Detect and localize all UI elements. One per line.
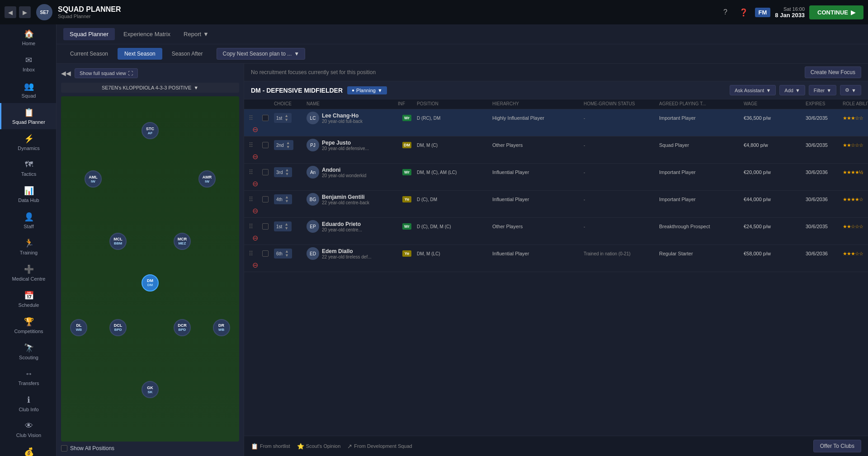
table-row[interactable]: ⠿ 4th ▲ ▼ BG — [244, 191, 868, 218]
tab-report[interactable]: Report ▼ — [179, 29, 213, 39]
forward-button[interactable]: ▶ — [19, 6, 31, 18]
filter-button[interactable]: Filter ▼ — [809, 85, 836, 95]
row-checkbox[interactable] — [262, 169, 269, 175]
sidebar-item-schedule[interactable]: 📅 Schedule — [0, 286, 56, 312]
player-name-cell: ED Edem Diallo 22 year-old tireless def.… — [307, 247, 397, 260]
choice-down-button[interactable]: ▼ — [283, 226, 289, 230]
pos-dcr[interactable]: DCR BPD — [174, 319, 191, 336]
sidebar-item-home[interactable]: 🏠 Home — [0, 24, 56, 51]
formation-name-bar[interactable]: SE7EN's KLOPPDIOLA 4-3-3 POSITIVE ▼ — [61, 83, 239, 93]
drag-handle[interactable]: ⠿ — [249, 141, 261, 149]
remove-button[interactable]: ⊖ — [249, 152, 261, 161]
pos-stc[interactable]: STC AF — [142, 122, 159, 139]
sidebar-item-data-hub[interactable]: 📊 Data Hub — [0, 181, 56, 207]
remove-button[interactable]: ⊖ — [249, 125, 261, 134]
col-role-ability: ROLE ABILITY — [843, 101, 868, 106]
table-row[interactable]: ⠿ 3rd ▲ ▼ An — [244, 164, 868, 191]
position-title: DM - DEFENSIVE MIDFIELDER — [251, 87, 343, 94]
sidebar-item-finances[interactable]: 💰 Finances — [0, 442, 56, 456]
choice-down-button[interactable]: ▼ — [284, 254, 290, 258]
drag-handle[interactable]: ⠿ — [249, 114, 261, 122]
season-tab-after[interactable]: Season After — [165, 48, 210, 60]
pos-dr[interactable]: DR WB — [213, 319, 230, 336]
player-avatar: BG — [307, 193, 319, 206]
formation-header: ◀◀ Show full squad view ⛶ — [61, 68, 239, 78]
create-focus-button[interactable]: Create New Focus — [805, 66, 861, 78]
drag-handle[interactable]: ⠿ — [249, 250, 261, 257]
sidebar-item-transfers[interactable]: ↔ Transfers — [0, 365, 56, 390]
homegrown-cell: - — [584, 143, 658, 148]
row-checkbox[interactable] — [262, 223, 269, 230]
ask-assistant-button[interactable]: Ask Assistant ▼ — [730, 85, 776, 95]
sidebar-item-medical[interactable]: ➕ Medical Centre — [0, 260, 56, 286]
remove-button[interactable]: ⊖ — [249, 261, 261, 269]
settings-button[interactable]: ⚙ ▼ — [840, 85, 861, 95]
col-agreed: AGREED PLAYING T... — [659, 101, 743, 106]
position-cell: DM, M (C), AM (LC) — [417, 170, 491, 175]
sidebar-item-inbox[interactable]: ✉ Inbox — [0, 51, 56, 77]
choice-down-button[interactable]: ▼ — [284, 172, 290, 176]
player-avatar: An — [307, 166, 319, 179]
drag-handle[interactable]: ⠿ — [249, 223, 261, 230]
sidebar-item-squad-planner[interactable]: 📋 Squad Planner — [0, 103, 56, 129]
pos-dl[interactable]: DL WB — [70, 319, 87, 336]
sidebar-item-training[interactable]: 🏃 Training — [0, 234, 56, 260]
offer-clubs-button[interactable]: Offer To Clubs — [813, 440, 861, 452]
wage-cell: €4,800 p/w — [744, 142, 805, 148]
collapse-button[interactable]: ◀◀ — [61, 70, 71, 77]
sidebar-item-club-info[interactable]: ℹ Club Info — [0, 390, 56, 417]
choice-down-button[interactable]: ▼ — [283, 118, 289, 122]
legend-shortlist: 📋 From shortlist — [251, 443, 290, 450]
pos-aml[interactable]: AML IW — [85, 170, 102, 188]
remove-button[interactable]: ⊖ — [249, 207, 261, 215]
drag-handle[interactable]: ⠿ — [249, 169, 261, 176]
tab-squad-planner[interactable]: Squad Planner — [63, 28, 115, 40]
show-squad-button[interactable]: Show full squad view ⛶ — [75, 68, 138, 78]
season-tab-current[interactable]: Current Season — [63, 48, 115, 60]
row-checkbox[interactable] — [262, 250, 269, 257]
medical-icon: ➕ — [24, 264, 34, 274]
show-all-checkbox[interactable] — [61, 445, 67, 451]
table-row[interactable]: ⠿ 2nd ▲ ▼ PJ — [244, 136, 868, 164]
sidebar-item-squad[interactable]: 👥 Squad — [0, 77, 56, 103]
remove-button[interactable]: ⊖ — [249, 179, 261, 188]
remove-button[interactable]: ⊖ — [249, 234, 261, 242]
tab-experience-matrix[interactable]: Experience Matrix — [117, 28, 177, 40]
table-row[interactable]: ⠿ 6th ▲ ▼ ED — [244, 245, 868, 272]
add-button[interactable]: Add ▼ — [779, 85, 805, 95]
sidebar-item-competitions[interactable]: 🏆 Competitions — [0, 312, 56, 338]
pos-dcl[interactable]: DCL BPD — [109, 319, 127, 336]
planning-badge[interactable]: ● Planning ▼ — [347, 86, 387, 94]
sidebar-item-staff[interactable]: 👤 Staff — [0, 207, 56, 234]
position-cell: DM, M (LC) — [417, 251, 491, 256]
sidebar-item-club-vision[interactable]: 👁 Club Vision — [0, 417, 56, 442]
help-icon[interactable]: ? — [719, 5, 732, 19]
choice-down-button[interactable]: ▼ — [284, 199, 290, 203]
pos-dm[interactable]: DM DM — [142, 274, 159, 291]
choice-down-button[interactable]: ▼ — [285, 145, 291, 149]
row-checkbox[interactable] — [262, 196, 269, 202]
continue-button[interactable]: CONTINUE ▶ — [809, 5, 863, 19]
back-button[interactable]: ◀ — [5, 6, 16, 18]
row-checkbox[interactable] — [262, 115, 269, 121]
position-header: DM - DEFENSIVE MIDFIELDER ● Planning ▼ A… — [244, 81, 868, 99]
drag-handle[interactable]: ⠿ — [249, 196, 261, 203]
pos-mcl[interactable]: MCL BBM — [109, 233, 127, 250]
sub-nav: Squad Planner Experience Matrix Report ▼ — [57, 24, 868, 44]
pos-mcr[interactable]: MCR MEZ — [174, 233, 191, 250]
table-row[interactable]: ⠿ 1st ▲ ▼ LC — [244, 109, 868, 136]
season-tab-next[interactable]: Next Season — [118, 48, 162, 60]
sidebar-item-dynamics[interactable]: ⚡ Dynamics — [0, 129, 56, 155]
pos-gk[interactable]: GK SK — [142, 381, 159, 398]
pos-amr[interactable]: AMR IW — [198, 170, 216, 188]
copy-plan-button[interactable]: Copy Next Season plan to ... ▼ — [217, 48, 305, 60]
table-row[interactable]: ⠿ 1st ▲ ▼ EP — [244, 218, 868, 245]
sidebar-item-scouting[interactable]: 🔭 Scouting — [0, 338, 56, 365]
nationality-flag: Wr — [402, 223, 411, 230]
scouting-icon: 🔭 — [24, 343, 34, 353]
transfers-icon: ↔ — [25, 369, 33, 379]
row-checkbox[interactable] — [262, 142, 269, 148]
question-icon[interactable]: ❓ — [737, 5, 750, 19]
player-desc: 20 year-old centre... — [322, 227, 362, 232]
sidebar-item-tactics[interactable]: 🗺 Tactics — [0, 155, 56, 181]
